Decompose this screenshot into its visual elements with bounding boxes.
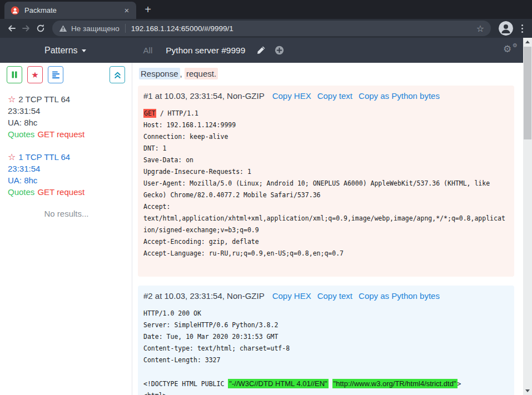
forward-arrow-icon <box>21 23 31 33</box>
back-button[interactable] <box>4 21 19 36</box>
bookmark-star-icon[interactable]: ☆ <box>476 23 484 34</box>
page: Patterns All Python server #9999 ⚙ ⚙ <box>0 38 532 395</box>
profile-avatar[interactable] <box>499 21 513 36</box>
pattern-tag-quotes: Quotes <box>8 129 34 139</box>
copy-hex-link[interactable]: Copy HEX <box>272 291 311 301</box>
stream-time: 23:31:54 <box>8 163 125 174</box>
reload-button[interactable] <box>33 21 48 36</box>
filter-tab-active-pattern[interactable]: Python server #9999 <box>166 46 245 56</box>
browser-toolbar: Не защищено 192.168.1.124:65000/#/9999/1… <box>0 19 532 38</box>
packet-panel-response: #2 at 10.03, 23:31:54, Non-GZIP Copy HEX… <box>138 286 514 395</box>
pause-icon <box>11 71 18 78</box>
filter-tab-all[interactable]: All <box>143 46 153 55</box>
packet-title: #2 at 10.03, 23:31:54, Non-GZIP <box>143 291 265 301</box>
patterns-dropdown[interactable]: Patterns <box>44 46 86 56</box>
collapse-sidebar-button[interactable] <box>110 66 125 83</box>
content: ★ <box>0 63 523 395</box>
chevrons-up-icon <box>113 71 122 79</box>
star-icon: ★ <box>31 70 38 80</box>
chevron-down-icon <box>82 49 86 52</box>
pattern-tag-quotes: Quotes <box>8 187 34 197</box>
settings-button[interactable]: ⚙ ⚙ <box>503 43 518 58</box>
packet-panel-request: #1 at 10.03, 23:31:54, Non-GZIP Copy HEX… <box>138 86 514 277</box>
pattern-tag-get-request: GET request <box>37 187 84 197</box>
back-arrow-icon <box>7 23 17 33</box>
favorite-star-icon[interactable]: ☆ <box>8 152 16 162</box>
scroll-up-arrow[interactable] <box>523 38 532 46</box>
sidebar: ★ <box>0 63 132 395</box>
reload-icon <box>36 23 46 33</box>
sidebar-controls: ★ <box>0 66 132 83</box>
triangle-up-icon <box>525 41 530 43</box>
stream-list: ☆2 TCP TTL 64 23:31:54 UA: 8hc QuotesGET… <box>0 83 132 218</box>
app-navbar: Patterns All Python server #9999 ⚙ ⚙ <box>0 38 523 63</box>
add-pattern-button[interactable] <box>275 46 284 55</box>
list-filter-button[interactable] <box>48 66 63 83</box>
favorites-filter-button[interactable]: ★ <box>27 66 43 83</box>
packet-header: #1 at 10.03, 23:31:54, Non-GZIP Copy HEX… <box>143 91 509 101</box>
copy-text-link[interactable]: Copy text <box>317 291 352 301</box>
copy-python-bytes-link[interactable]: Copy as Python bytes <box>359 291 440 301</box>
gear-small-icon: ⚙ <box>513 43 518 48</box>
favorite-star-icon[interactable]: ☆ <box>8 94 16 104</box>
address-bar[interactable]: Не защищено 192.168.1.124:65000/#/9999/1… <box>52 21 491 36</box>
new-tab-button[interactable]: + <box>141 3 155 17</box>
browser-menu-button[interactable] <box>516 21 528 36</box>
stream-ua: UA: 8hc <box>8 117 125 128</box>
patterns-label: Patterns <box>44 46 78 56</box>
edit-pattern-button[interactable] <box>256 46 266 55</box>
scrollbar-thumb[interactable] <box>524 47 531 139</box>
page-scrollbar[interactable] <box>523 38 532 395</box>
pause-capture-button[interactable] <box>7 66 22 83</box>
security-warning-icon[interactable] <box>59 24 67 32</box>
copy-hex-link[interactable]: Copy HEX <box>272 91 311 101</box>
favicon <box>11 6 19 15</box>
packet-body: GET / HTTP/1.1Host: 192.168.1.124:9999Co… <box>143 108 509 271</box>
stream-title: ☆1 TCP TTL 64 <box>8 151 125 163</box>
packet-title: #1 at 10.03, 23:31:54, Non-GZIP <box>143 91 265 101</box>
main-panel: Response, request. #1 at 10.03, 23:31:54… <box>132 63 523 395</box>
url-text: 192.168.1.124:65000/#/9999/1 <box>131 24 233 33</box>
stream-title: ☆2 TCP TTL 64 <box>8 93 125 105</box>
pattern-tag-get-request: GET request <box>37 129 84 139</box>
forward-button[interactable] <box>19 21 33 36</box>
plus-circle-icon <box>275 46 284 55</box>
security-label: Не защищено <box>71 24 120 33</box>
stream-legend: Response, request. <box>139 69 514 78</box>
browser-tab-strip: Packmate × + <box>0 0 532 19</box>
tab-title: Packmate <box>24 6 122 14</box>
stream-time: 23:31:54 <box>8 105 125 117</box>
packet-body: HTTP/1.0 200 OKServer: SimpleHTTP/0.6 Py… <box>143 308 509 395</box>
copy-python-bytes-link[interactable]: Copy as Python bytes <box>359 91 440 101</box>
packet-header: #2 at 10.03, 23:31:54, Non-GZIP Copy HEX… <box>143 291 509 301</box>
stream-entry[interactable]: ☆2 TCP TTL 64 23:31:54 UA: 8hc QuotesGET… <box>8 93 125 140</box>
no-results-label: No results... <box>8 209 125 218</box>
gear-icon: ⚙ <box>503 44 511 54</box>
close-tab-icon[interactable]: × <box>122 6 132 16</box>
triangle-down-icon <box>525 389 530 392</box>
pencil-icon <box>256 46 266 55</box>
url-divider <box>125 24 126 33</box>
stream-tags: QuotesGET request <box>8 128 125 140</box>
copy-text-link[interactable]: Copy text <box>317 91 352 101</box>
browser-tab[interactable]: Packmate × <box>4 2 136 19</box>
stream-tags: QuotesGET request <box>8 186 125 198</box>
scroll-down-arrow[interactable] <box>523 387 532 395</box>
stream-entry-selected[interactable]: ☆1 TCP TTL 64 23:31:54 UA: 8hc QuotesGET… <box>8 151 125 198</box>
stream-ua: UA: 8hc <box>8 174 125 186</box>
align-left-icon <box>52 71 60 79</box>
